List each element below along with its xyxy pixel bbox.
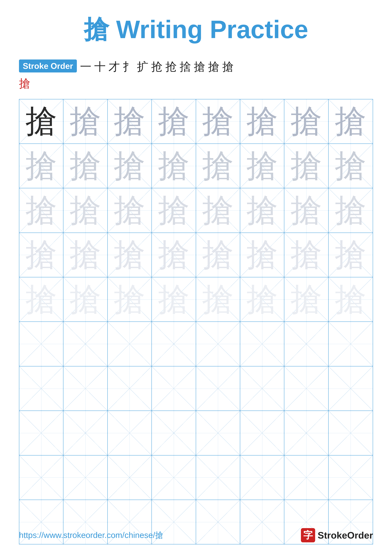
footer-url: https://www.strokeorder.com/chinese/搶 — [19, 530, 163, 541]
grid-cell-3-7[interactable]: 搶 — [284, 188, 328, 232]
grid-cell-5-4[interactable]: 搶 — [152, 277, 196, 321]
char-light: 搶 — [70, 284, 101, 315]
grid-row-6 — [19, 322, 373, 366]
char-light: 搶 — [158, 150, 190, 182]
grid-cell-6-8[interactable] — [328, 322, 373, 366]
grid-cell-5-6[interactable]: 搶 — [240, 277, 284, 321]
char-light: 搶 — [25, 239, 57, 271]
char-light: 搶 — [335, 106, 366, 137]
grid-cell-1-6[interactable]: 搶 — [240, 99, 284, 144]
grid-cell-8-8[interactable] — [328, 411, 373, 455]
grid-cell-4-5[interactable]: 搶 — [196, 233, 240, 277]
char-light: 搶 — [70, 239, 101, 271]
grid-cell-9-4[interactable] — [152, 455, 196, 500]
char-light: 搶 — [335, 150, 366, 182]
grid-cell-4-6[interactable]: 搶 — [240, 233, 284, 277]
grid-cell-3-1[interactable]: 搶 — [19, 188, 64, 232]
grid-cell-2-4[interactable]: 搶 — [152, 144, 196, 188]
grid-cell-1-5[interactable]: 搶 — [196, 99, 240, 144]
grid-cell-8-7[interactable] — [284, 411, 328, 455]
grid-cell-2-1[interactable]: 搶 — [19, 144, 64, 188]
char-light: 搶 — [246, 284, 278, 315]
grid-cell-8-1[interactable] — [19, 411, 64, 455]
grid-cell-2-3[interactable]: 搶 — [108, 144, 152, 188]
grid-cell-3-3[interactable]: 搶 — [108, 188, 152, 232]
grid-cell-6-3[interactable] — [108, 322, 152, 366]
grid-cell-7-3[interactable] — [108, 366, 152, 410]
grid-cell-5-5[interactable]: 搶 — [196, 277, 240, 321]
grid-cell-4-2[interactable]: 搶 — [64, 233, 107, 277]
grid-cell-9-8[interactable] — [328, 455, 373, 500]
grid-cell-8-4[interactable] — [152, 411, 196, 455]
grid-cell-6-7[interactable] — [284, 322, 328, 366]
char-light: 搶 — [114, 284, 145, 315]
char-light: 搶 — [158, 284, 190, 315]
grid-cell-9-2[interactable] — [64, 455, 107, 500]
grid-cell-2-8[interactable]: 搶 — [328, 144, 373, 188]
grid-cell-3-2[interactable]: 搶 — [64, 188, 107, 232]
grid-cell-3-8[interactable]: 搶 — [328, 188, 373, 232]
practice-grid: 搶 搶 搶 搶 搶 搶 搶 — [19, 99, 373, 545]
stroke-final-char: 搶 — [19, 76, 373, 91]
char-light: 搶 — [114, 239, 145, 271]
grid-cell-4-3[interactable]: 搶 — [108, 233, 152, 277]
char-light: 搶 — [158, 239, 190, 271]
grid-cell-7-2[interactable] — [64, 366, 107, 410]
grid-cell-8-2[interactable] — [64, 411, 107, 455]
grid-cell-2-7[interactable]: 搶 — [284, 144, 328, 188]
char-light: 搶 — [202, 106, 234, 137]
grid-cell-1-8[interactable]: 搶 — [328, 99, 373, 144]
grid-cell-5-7[interactable]: 搶 — [284, 277, 328, 321]
grid-cell-3-5[interactable]: 搶 — [196, 188, 240, 232]
grid-cell-4-7[interactable]: 搶 — [284, 233, 328, 277]
grid-cell-1-3[interactable]: 搶 — [108, 99, 152, 144]
grid-cell-5-3[interactable]: 搶 — [108, 277, 152, 321]
char-light: 搶 — [202, 195, 234, 226]
grid-cell-7-7[interactable] — [284, 366, 328, 410]
grid-cell-9-6[interactable] — [240, 455, 284, 500]
grid-cell-6-1[interactable] — [19, 322, 64, 366]
grid-cell-1-4[interactable]: 搶 — [152, 99, 196, 144]
grid-cell-4-4[interactable]: 搶 — [152, 233, 196, 277]
grid-cell-8-6[interactable] — [240, 411, 284, 455]
grid-cell-5-1[interactable]: 搶 — [19, 277, 64, 321]
grid-cell-7-4[interactable] — [152, 366, 196, 410]
grid-cell-8-3[interactable] — [108, 411, 152, 455]
grid-cell-6-2[interactable] — [64, 322, 107, 366]
grid-cell-6-6[interactable] — [240, 322, 284, 366]
grid-cell-5-8[interactable]: 搶 — [328, 277, 373, 321]
grid-cell-1-2[interactable]: 搶 — [64, 99, 107, 144]
grid-cell-4-8[interactable]: 搶 — [328, 233, 373, 277]
char-light: 搶 — [202, 150, 234, 182]
char-light: 搶 — [70, 106, 101, 137]
stroke-step-6: 抢 — [151, 59, 163, 74]
grid-cell-4-1[interactable]: 搶 — [19, 233, 64, 277]
char-dark: 搶 — [25, 106, 57, 137]
grid-row-2: 搶 搶 搶 搶 搶 搶 搶 — [19, 144, 373, 188]
grid-cell-9-3[interactable] — [108, 455, 152, 500]
grid-cell-7-1[interactable] — [19, 366, 64, 410]
char-light: 搶 — [291, 239, 322, 271]
grid-cell-1-1[interactable]: 搶 — [19, 99, 64, 144]
grid-cell-1-7[interactable]: 搶 — [284, 99, 328, 144]
grid-cell-5-2[interactable]: 搶 — [64, 277, 107, 321]
grid-cell-9-5[interactable] — [196, 455, 240, 500]
grid-cell-7-6[interactable] — [240, 366, 284, 410]
stroke-step-5: 扩 — [137, 59, 148, 74]
grid-cell-7-8[interactable] — [328, 366, 373, 410]
grid-cell-2-6[interactable]: 搶 — [240, 144, 284, 188]
grid-cell-7-5[interactable] — [196, 366, 240, 410]
footer-logo-text: StrokeOrder — [318, 530, 373, 541]
grid-cell-2-2[interactable]: 搶 — [64, 144, 107, 188]
char-light: 搶 — [291, 195, 322, 226]
grid-cell-3-6[interactable]: 搶 — [240, 188, 284, 232]
grid-cell-3-4[interactable]: 搶 — [152, 188, 196, 232]
grid-cell-9-1[interactable] — [19, 455, 64, 500]
grid-cell-6-5[interactable] — [196, 322, 240, 366]
grid-cell-6-4[interactable] — [152, 322, 196, 366]
grid-row-3: 搶 搶 搶 搶 搶 搶 搶 — [19, 188, 373, 233]
grid-row-1: 搶 搶 搶 搶 搶 搶 搶 — [19, 99, 373, 144]
grid-cell-2-5[interactable]: 搶 — [196, 144, 240, 188]
grid-cell-9-7[interactable] — [284, 455, 328, 500]
grid-cell-8-5[interactable] — [196, 411, 240, 455]
